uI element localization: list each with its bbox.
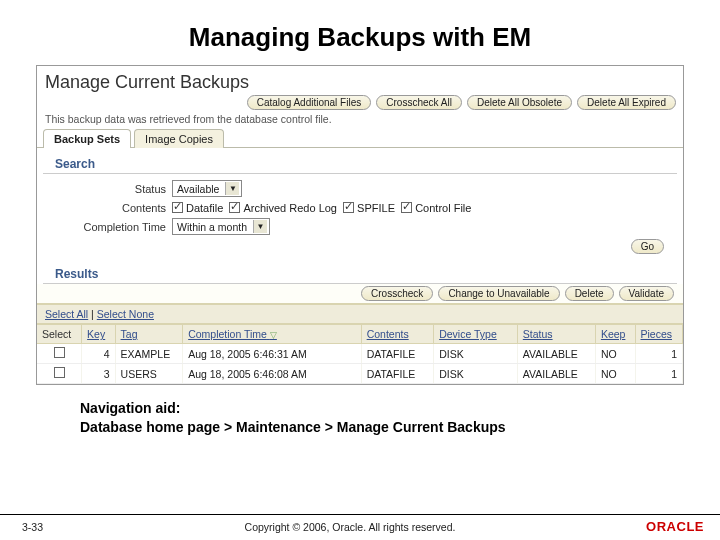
- oracle-logo: ORACLE: [630, 519, 720, 534]
- copyright: Copyright © 2006, Oracle. All rights res…: [70, 521, 630, 533]
- completion-time-select-value: Within a month: [177, 221, 247, 233]
- cell-key: 3: [82, 364, 115, 384]
- col-key[interactable]: Key: [82, 325, 115, 344]
- col-select: Select: [37, 325, 82, 344]
- delete-all-expired-button[interactable]: Delete All Expired: [577, 95, 676, 110]
- catalog-additional-files-button[interactable]: Catalog Additional Files: [247, 95, 372, 110]
- search-form: Status Available ▼ Contents Datafile Arc…: [37, 174, 683, 237]
- col-status[interactable]: Status: [517, 325, 595, 344]
- spfile-checkbox-label: SPFILE: [357, 202, 395, 214]
- cell-contents: DATAFILE: [361, 364, 434, 384]
- cell-completion: Aug 18, 2005 6:46:08 AM: [183, 364, 361, 384]
- col-keep[interactable]: Keep: [595, 325, 635, 344]
- page-number: 3-33: [0, 521, 70, 533]
- search-header: Search: [43, 152, 677, 174]
- control-file-checkbox-label: Control File: [415, 202, 471, 214]
- nav-note-label: Navigation aid:: [80, 400, 180, 416]
- completion-time-select[interactable]: Within a month ▼: [172, 218, 270, 235]
- datafile-checkbox[interactable]: [172, 202, 183, 213]
- status-select-value: Available: [177, 183, 219, 195]
- slide-title: Managing Backups with EM: [0, 22, 720, 53]
- status-select[interactable]: Available ▼: [172, 180, 242, 197]
- tab-backup-sets[interactable]: Backup Sets: [43, 129, 131, 148]
- archived-redo-log-checkbox[interactable]: [229, 202, 240, 213]
- nav-note-path: Database home page > Maintenance > Manag…: [80, 419, 506, 435]
- cell-completion: Aug 18, 2005 6:46:31 AM: [183, 344, 361, 364]
- cell-pieces: 1: [635, 364, 683, 384]
- completion-time-label: Completion Time: [77, 221, 172, 233]
- col-device-type[interactable]: Device Type: [434, 325, 518, 344]
- control-file-checkbox[interactable]: [401, 202, 412, 213]
- status-label: Status: [77, 183, 172, 195]
- validate-button[interactable]: Validate: [619, 286, 674, 301]
- cell-tag: EXAMPLE: [115, 344, 183, 364]
- info-line: This backup data was retrieved from the …: [37, 112, 683, 128]
- tab-bar: Backup Sets Image Copies: [37, 128, 683, 148]
- cell-status: AVAILABLE: [517, 364, 595, 384]
- select-row: Select All | Select None: [37, 304, 683, 324]
- row-select-checkbox[interactable]: [54, 347, 65, 358]
- crosscheck-all-button[interactable]: Crosscheck All: [376, 95, 462, 110]
- cell-contents: DATAFILE: [361, 344, 434, 364]
- cell-keep: NO: [595, 344, 635, 364]
- col-contents[interactable]: Contents: [361, 325, 434, 344]
- top-button-bar: Catalog Additional Files Crosscheck All …: [37, 95, 683, 112]
- delete-button[interactable]: Delete: [565, 286, 614, 301]
- cell-keep: NO: [595, 364, 635, 384]
- cell-device: DISK: [434, 364, 518, 384]
- table-row: 4 EXAMPLE Aug 18, 2005 6:46:31 AM DATAFI…: [37, 344, 683, 364]
- results-header: Results: [43, 262, 677, 284]
- slide-footer: 3-33 Copyright © 2006, Oracle. All right…: [0, 514, 720, 534]
- select-separator: |: [88, 308, 97, 320]
- cell-status: AVAILABLE: [517, 344, 595, 364]
- col-pieces[interactable]: Pieces: [635, 325, 683, 344]
- cell-pieces: 1: [635, 344, 683, 364]
- row-select-checkbox[interactable]: [54, 367, 65, 378]
- change-to-unavailable-button[interactable]: Change to Unavailable: [438, 286, 559, 301]
- select-all-link[interactable]: Select All: [45, 308, 88, 320]
- crosscheck-button[interactable]: Crosscheck: [361, 286, 433, 301]
- cell-key: 4: [82, 344, 115, 364]
- col-completion-time[interactable]: Completion Time ▽: [183, 325, 361, 344]
- em-screenshot: Manage Current Backups Catalog Additiona…: [36, 65, 684, 385]
- chevron-down-icon: ▼: [253, 220, 267, 233]
- go-button[interactable]: Go: [631, 239, 664, 254]
- page-heading: Manage Current Backups: [37, 66, 683, 95]
- select-none-link[interactable]: Select None: [97, 308, 154, 320]
- navigation-note: Navigation aid: Database home page > Mai…: [80, 399, 660, 437]
- chevron-down-icon: ▼: [225, 182, 239, 195]
- table-row: 3 USERS Aug 18, 2005 6:46:08 AM DATAFILE…: [37, 364, 683, 384]
- cell-device: DISK: [434, 344, 518, 364]
- results-button-bar: Crosscheck Change to Unavailable Delete …: [37, 284, 683, 304]
- sort-desc-icon: ▽: [270, 330, 277, 340]
- contents-label: Contents: [77, 202, 172, 214]
- results-table: Select Key Tag Completion Time ▽ Content…: [37, 324, 683, 384]
- col-tag[interactable]: Tag: [115, 325, 183, 344]
- cell-tag: USERS: [115, 364, 183, 384]
- delete-all-obsolete-button[interactable]: Delete All Obsolete: [467, 95, 572, 110]
- spfile-checkbox[interactable]: [343, 202, 354, 213]
- archived-redo-log-checkbox-label: Archived Redo Log: [243, 202, 337, 214]
- tab-image-copies[interactable]: Image Copies: [134, 129, 224, 148]
- datafile-checkbox-label: Datafile: [186, 202, 223, 214]
